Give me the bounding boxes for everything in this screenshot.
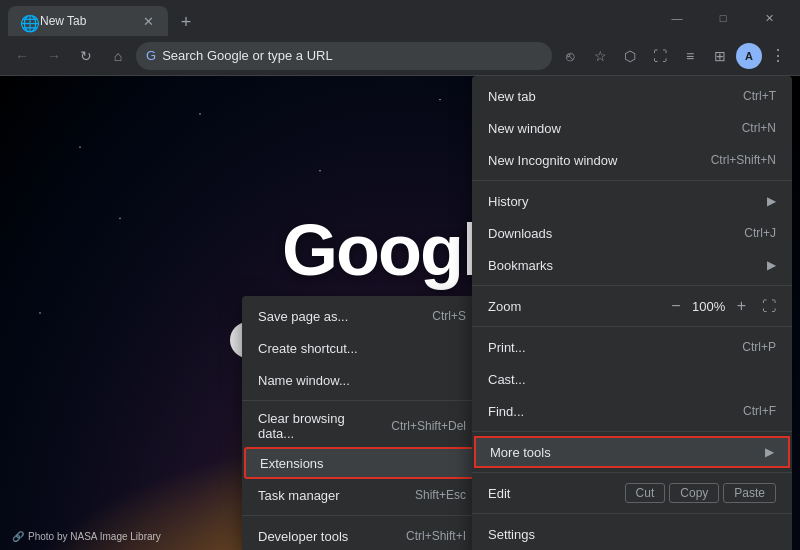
photo-credit-text: Photo by NASA Image Library xyxy=(28,531,161,542)
incognito-label: New Incognito window xyxy=(488,153,699,168)
new-window-item[interactable]: New window Ctrl+N xyxy=(472,112,792,144)
incognito-shortcut: Ctrl+Shift+N xyxy=(711,153,776,167)
address-text: Search Google or type a URL xyxy=(162,48,542,63)
cast-item[interactable]: Cast... xyxy=(472,363,792,395)
paste-button[interactable]: Paste xyxy=(723,483,776,503)
clear-browsing-shortcut: Ctrl+Shift+Del xyxy=(391,419,466,433)
cut-button[interactable]: Cut xyxy=(625,483,666,503)
zoom-value: 100% xyxy=(689,299,729,314)
new-tab-shortcut: Ctrl+T xyxy=(743,89,776,103)
forward-button[interactable]: → xyxy=(40,42,68,70)
active-tab[interactable]: 🌐 New Tab ✕ xyxy=(8,6,168,36)
save-page-item[interactable]: Save page as... Ctrl+S xyxy=(242,300,482,332)
find-item[interactable]: Find... Ctrl+F xyxy=(472,395,792,427)
settings-item[interactable]: Settings xyxy=(472,518,792,550)
more-tools-submenu: Save page as... Ctrl+S Create shortcut..… xyxy=(242,296,482,550)
extension-button3[interactable]: ≡ xyxy=(676,42,704,70)
home-button[interactable]: ⌂ xyxy=(104,42,132,70)
incognito-item[interactable]: New Incognito window Ctrl+Shift+N xyxy=(472,144,792,176)
new-window-label: New window xyxy=(488,121,730,136)
back-button[interactable]: ← xyxy=(8,42,36,70)
downloads-item[interactable]: Downloads Ctrl+J xyxy=(472,217,792,249)
create-shortcut-label: Create shortcut... xyxy=(258,341,454,356)
new-tab-item[interactable]: New tab Ctrl+T xyxy=(472,80,792,112)
extensions-label: Extensions xyxy=(260,456,452,471)
separator2 xyxy=(472,285,792,286)
photo-credit[interactable]: 🔗 Photo by NASA Image Library xyxy=(12,531,161,542)
tab-favicon: 🌐 xyxy=(20,14,34,28)
title-bar: 🌐 New Tab ✕ + — □ ✕ xyxy=(0,0,800,36)
extension-button4[interactable]: ⊞ xyxy=(706,42,734,70)
separator4 xyxy=(472,431,792,432)
zoom-label: Zoom xyxy=(488,299,671,314)
nav-actions: ⎋ ☆ ⬡ ⛶ ≡ ⊞ A ⋮ xyxy=(556,42,792,70)
print-item[interactable]: Print... Ctrl+P xyxy=(472,331,792,363)
window-controls: — □ ✕ xyxy=(654,0,792,36)
main-content: Google 🔍 Search Google or type a URL HS … xyxy=(0,76,800,550)
minimize-button[interactable]: — xyxy=(654,0,700,36)
bookmarks-label: Bookmarks xyxy=(488,258,767,273)
downloads-label: Downloads xyxy=(488,226,732,241)
browser-frame: 🌐 New Tab ✕ + — □ ✕ ← → ↻ ⌂ G Search Goo… xyxy=(0,0,800,550)
tab-title: New Tab xyxy=(40,14,134,28)
edit-row: Edit Cut Copy Paste xyxy=(472,477,792,509)
edit-buttons: Cut Copy Paste xyxy=(625,483,776,503)
bookmark-button[interactable]: ☆ xyxy=(586,42,614,70)
task-manager-shortcut: Shift+Esc xyxy=(415,488,466,502)
create-shortcut-item[interactable]: Create shortcut... xyxy=(242,332,482,364)
reload-button[interactable]: ↻ xyxy=(72,42,100,70)
history-arrow: ▶ xyxy=(767,194,776,208)
find-label: Find... xyxy=(488,404,731,419)
dev-tools-item[interactable]: Developer tools Ctrl+Shift+I xyxy=(242,520,482,550)
submenu-separator2 xyxy=(242,515,482,516)
new-window-shortcut: Ctrl+N xyxy=(742,121,776,135)
settings-label: Settings xyxy=(488,527,776,542)
save-page-shortcut: Ctrl+S xyxy=(432,309,466,323)
close-button[interactable]: ✕ xyxy=(746,0,792,36)
extension-button1[interactable]: ⬡ xyxy=(616,42,644,70)
separator3 xyxy=(472,326,792,327)
zoom-out-button[interactable]: − xyxy=(671,297,680,315)
name-window-label: Name window... xyxy=(258,373,454,388)
downloads-shortcut: Ctrl+J xyxy=(744,226,776,240)
zoom-fullscreen-button[interactable]: ⛶ xyxy=(762,298,776,314)
tab-close-button[interactable]: ✕ xyxy=(140,13,156,29)
more-tools-item[interactable]: More tools ▶ xyxy=(474,436,790,468)
zoom-controls: − 100% + ⛶ xyxy=(671,297,776,315)
bookmarks-item[interactable]: Bookmarks ▶ xyxy=(472,249,792,281)
chrome-menu: New tab Ctrl+T New window Ctrl+N New Inc… xyxy=(472,76,792,550)
photo-link-icon: 🔗 xyxy=(12,531,24,542)
cast-label: Cast... xyxy=(488,372,776,387)
clear-browsing-label: Clear browsing data... xyxy=(258,411,379,441)
nav-bar: ← → ↻ ⌂ G Search Google or type a URL ⎋ … xyxy=(0,36,800,76)
save-page-label: Save page as... xyxy=(258,309,420,324)
find-shortcut: Ctrl+F xyxy=(743,404,776,418)
maximize-button[interactable]: □ xyxy=(700,0,746,36)
share-button[interactable]: ⎋ xyxy=(556,42,584,70)
extensions-item[interactable]: Extensions xyxy=(244,447,480,479)
zoom-in-button[interactable]: + xyxy=(737,297,746,315)
address-bar[interactable]: G Search Google or type a URL xyxy=(136,42,552,70)
separator1 xyxy=(472,180,792,181)
edit-label: Edit xyxy=(488,486,625,501)
profile-button[interactable]: A xyxy=(736,43,762,69)
clear-browsing-item[interactable]: Clear browsing data... Ctrl+Shift+Del xyxy=(242,405,482,447)
task-manager-label: Task manager xyxy=(258,488,403,503)
history-item[interactable]: History ▶ xyxy=(472,185,792,217)
separator6 xyxy=(472,513,792,514)
name-window-item[interactable]: Name window... xyxy=(242,364,482,396)
history-label: History xyxy=(488,194,767,209)
submenu-separator1 xyxy=(242,400,482,401)
copy-button[interactable]: Copy xyxy=(669,483,719,503)
chrome-menu-button[interactable]: ⋮ xyxy=(764,42,792,70)
task-manager-item[interactable]: Task manager Shift+Esc xyxy=(242,479,482,511)
print-label: Print... xyxy=(488,340,730,355)
tab-bar: 🌐 New Tab ✕ + xyxy=(8,0,654,36)
new-tab-button[interactable]: + xyxy=(172,8,200,36)
dev-tools-shortcut: Ctrl+Shift+I xyxy=(406,529,466,543)
more-tools-label: More tools xyxy=(490,445,765,460)
extension-button2[interactable]: ⛶ xyxy=(646,42,674,70)
address-google-icon: G xyxy=(146,48,156,63)
separator5 xyxy=(472,472,792,473)
print-shortcut: Ctrl+P xyxy=(742,340,776,354)
